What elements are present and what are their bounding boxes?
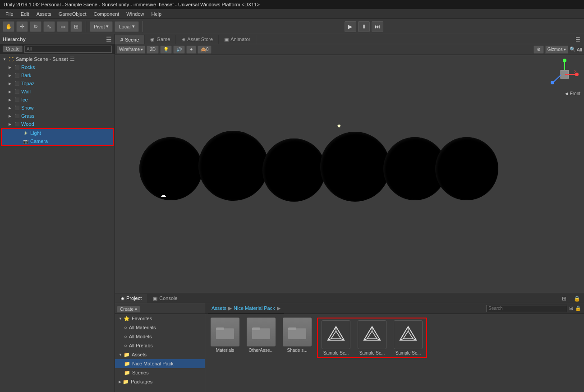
bark-arrow: ▶	[7, 73, 13, 78]
scene-settings-btn[interactable]: ⚙	[533, 46, 544, 54]
sel-border-box: ☀ Light 📷 Camera	[1, 128, 114, 146]
rocks-label: Rocks	[21, 65, 35, 70]
sample-scene-2[interactable]: Sample Sc...	[356, 320, 388, 355]
rect-tool-btn[interactable]: ▭	[57, 21, 69, 32]
hierarchy-search-input[interactable]	[24, 46, 112, 53]
nice-material-pack-item[interactable]: 📁 Nice Material Pack	[115, 359, 205, 368]
lighting-btn[interactable]: 💡	[160, 46, 172, 54]
2d-label: 2D	[150, 47, 156, 52]
all-prefabs-label: All Prefabs	[129, 343, 153, 348]
all-models-item[interactable]: ○ All Models	[115, 332, 205, 341]
tab-game[interactable]: ◉ Game	[145, 35, 176, 44]
rotate-tool-btn[interactable]: ↻	[30, 21, 41, 32]
bottom-panel-menu[interactable]: ⊞	[558, 295, 570, 303]
bottom-panel-lock[interactable]: 🔒	[570, 295, 584, 303]
tree-grass[interactable]: ▶ ⬛ Grass	[0, 112, 115, 120]
assets-item[interactable]: ▼ 📁 Assets	[115, 350, 205, 359]
sphere-3	[262, 138, 326, 202]
menu-edit[interactable]: Edit	[17, 10, 33, 18]
tree-light[interactable]: ☀ Light	[2, 129, 113, 137]
tree-ice[interactable]: ▶ ⬛ Ice	[0, 96, 115, 104]
star-icon: ⭐	[124, 316, 130, 322]
hierarchy-create-btn[interactable]: Create	[3, 46, 23, 52]
2d-btn[interactable]: 2D	[147, 46, 159, 54]
hierarchy-menu-icon[interactable]: ☰	[106, 36, 112, 43]
tree-topaz[interactable]: ▶ ⬛ Topaz	[0, 79, 115, 88]
tab-console[interactable]: ▣ Console	[147, 294, 183, 303]
project-main: Assets ▶ Nice Material Pack ▶ ⊞ 🔒	[205, 303, 584, 392]
tab-scene[interactable]: # Scene	[115, 35, 145, 44]
pivot-btn[interactable]: Pivot ▾	[90, 21, 113, 32]
tree-wall[interactable]: ▶ ⬛ Wall	[0, 88, 115, 96]
hierarchy-header: Hierarchy ☰	[0, 34, 115, 44]
gizmos-dropdown[interactable]: Gizmos ▾	[545, 46, 568, 54]
front-label: ◄ Front	[564, 91, 580, 96]
audio-btn[interactable]: 🔊	[173, 46, 185, 54]
tree-wood[interactable]: ▶ ⬛ Wood	[0, 120, 115, 128]
breadcrumb-nice-material[interactable]: Nice Material Pack	[234, 305, 275, 311]
all-materials-item[interactable]: ○ All Materials	[115, 323, 205, 332]
view-mode-dropdown[interactable]: Wireframe ▾	[117, 46, 145, 54]
project-lock-icon[interactable]: 🔒	[575, 305, 581, 311]
tab-project[interactable]: ⊞ Project	[115, 294, 147, 303]
ice-label: Ice	[21, 97, 28, 102]
tree-camera[interactable]: 📷 Camera	[2, 137, 113, 145]
scene-viewport[interactable]: ☁ ✦ X Y	[115, 55, 584, 293]
all-prefabs-item[interactable]: ○ All Prefabs	[115, 341, 205, 350]
menu-file[interactable]: File	[2, 10, 17, 18]
sample-scene-3[interactable]: Sample Sc...	[392, 320, 424, 355]
scene-panel-menu[interactable]: ☰	[572, 36, 584, 44]
project-shaders-item[interactable]: Shade s...	[281, 318, 313, 358]
favorites-item[interactable]: ▼ ⭐ Favorites	[115, 314, 205, 323]
tree-root[interactable]: ▼ ⛶ Sample Scene - Sunset ☰	[0, 55, 115, 63]
bark-icon: ⬛	[14, 72, 20, 78]
sphere-6	[435, 137, 498, 200]
tree-bark[interactable]: ▶ ⬛ Bark	[0, 71, 115, 79]
menu-help[interactable]: Help	[147, 10, 165, 18]
step-btn[interactable]: ⏭	[372, 21, 383, 32]
multi-tool-btn[interactable]: ⊞	[70, 21, 82, 32]
wall-icon: ⬛	[14, 88, 20, 95]
animator-tab-icon: ▣	[224, 37, 229, 42]
menu-component[interactable]: Component	[90, 10, 123, 18]
scenes-folder-icon: 📁	[124, 370, 130, 376]
project-tab-icon: ⊞	[120, 295, 124, 301]
project-otherassets-item[interactable]: OtherAsse...	[245, 318, 277, 358]
project-sidebar: Create ▾ ▼ ⭐ Favorites ○ All Materials ○	[115, 303, 205, 392]
gizmos-label: Gizmos	[547, 47, 563, 52]
hand-tool-btn[interactable]: ✋	[3, 21, 14, 32]
move-tool-btn[interactable]: ✛	[16, 21, 28, 32]
pause-btn[interactable]: ⏸	[358, 21, 370, 32]
project-search-input[interactable]	[486, 305, 567, 312]
project-create-btn[interactable]: Create ▾	[117, 306, 140, 313]
front-text: ◄ Front	[564, 91, 580, 96]
breadcrumb-assets[interactable]: Assets	[212, 305, 226, 311]
project-materials-item[interactable]: Materials	[209, 318, 241, 358]
local-btn[interactable]: Local ▾	[115, 21, 138, 32]
hidden-layers-btn[interactable]: 🙈0	[198, 46, 212, 54]
search-icon: 🔍	[570, 46, 576, 52]
tab-animator[interactable]: ▣ Animator	[219, 35, 256, 44]
hierarchy-title: Hierarchy	[3, 37, 26, 42]
packages-item[interactable]: ▶ 📁 Packages	[115, 377, 205, 386]
sample-scene-1[interactable]: Sample Sc...	[320, 320, 352, 355]
tree-snow[interactable]: ▶ ⬛ Snow	[0, 104, 115, 112]
scenes-item[interactable]: 📁 Scenes	[115, 368, 205, 377]
menu-gameobject[interactable]: GameObject	[55, 10, 90, 18]
console-tab-label: Console	[159, 295, 177, 301]
svg-rect-12	[252, 327, 260, 330]
tree-rocks[interactable]: ▶ ⬛ Rocks	[0, 63, 115, 71]
menu-window[interactable]: Window	[123, 10, 147, 18]
menu-assets[interactable]: Assets	[33, 10, 55, 18]
scale-tool-btn[interactable]: ⤡	[43, 21, 55, 32]
fx-btn[interactable]: ✦	[186, 46, 196, 54]
root-arrow: ▼	[2, 56, 7, 62]
play-btn[interactable]: ▶	[345, 21, 356, 32]
pivot-label: Pivot	[94, 24, 105, 29]
root-menu-icon[interactable]: ☰	[70, 56, 75, 62]
favorites-arrow: ▼	[119, 317, 122, 321]
tab-asset-store[interactable]: ⊞ Asset Store	[176, 35, 219, 44]
project-options-icon[interactable]: ⊞	[569, 305, 573, 311]
favorites-label: Favorites	[132, 316, 152, 321]
toolbar-sep-1	[86, 21, 86, 32]
